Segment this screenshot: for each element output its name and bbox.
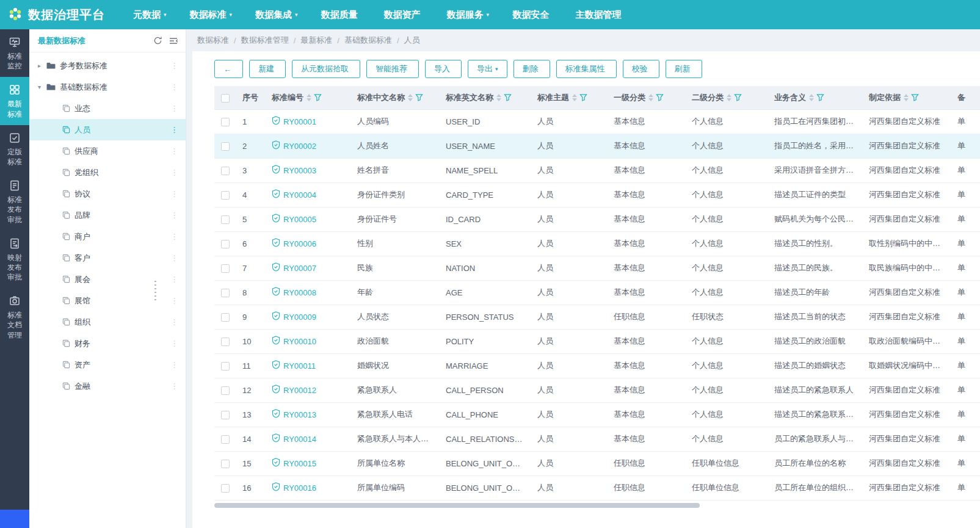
table-row[interactable]: 15 RY00015 [214, 451, 980, 476]
rail-bottom-block[interactable] [0, 510, 29, 528]
node-more-icon[interactable]: ⋮ [169, 339, 180, 348]
row-checkbox[interactable] [221, 191, 230, 200]
filter-icon[interactable] [734, 93, 742, 101]
nav-menu-item[interactable]: 数据标准 ▾ [190, 9, 233, 21]
tree-node[interactable]: 客户 ⋮ [29, 247, 186, 269]
table-row[interactable]: 6 RY00006 [214, 231, 980, 256]
nav-menu-item[interactable]: 主数据管理 [575, 9, 624, 21]
row-checkbox[interactable] [221, 435, 230, 444]
standard-code-link[interactable]: RY00014 [283, 435, 316, 444]
row-checkbox[interactable] [221, 118, 230, 126]
table-row[interactable]: 2 RY00002 [214, 134, 980, 158]
row-checkbox[interactable] [221, 362, 230, 371]
table-row[interactable]: 13 RY00013 [214, 402, 980, 427]
row-checkbox[interactable] [221, 313, 230, 322]
breadcrumb-item[interactable]: 基础数据标准 [344, 35, 392, 46]
sort-icon[interactable] [648, 94, 653, 101]
filter-icon[interactable] [579, 93, 587, 101]
standard-code-link[interactable]: RY00003 [283, 166, 316, 175]
tree-node[interactable]: ▾ 基础数据标准 ⋮ [29, 76, 186, 98]
node-more-icon[interactable]: ⋮ [169, 189, 180, 198]
node-more-icon[interactable]: ⋮ [169, 211, 180, 220]
standard-code-link[interactable]: RY00005 [283, 215, 316, 224]
rail-item-latest-standards[interactable]: 最新 标准 [0, 77, 29, 125]
standard-code-link[interactable]: RY00004 [283, 190, 316, 200]
nav-menu-item[interactable]: 元数据 ▾ [133, 9, 167, 21]
table-row[interactable]: 4 RY00004 [214, 183, 980, 207]
table-row[interactable]: 14 RY00014 [214, 427, 980, 451]
toolbar-button[interactable]: ← [214, 60, 243, 78]
row-checkbox[interactable] [221, 484, 230, 493]
tree-node[interactable]: ▸ 参考数据标准 ⋮ [29, 55, 186, 76]
node-more-icon[interactable]: ⋮ [169, 382, 180, 391]
node-more-icon[interactable]: ⋮ [169, 296, 180, 305]
row-checkbox[interactable] [221, 338, 230, 346]
row-checkbox[interactable] [221, 289, 230, 297]
filter-icon[interactable] [911, 93, 919, 101]
node-more-icon[interactable]: ⋮ [169, 146, 180, 156]
tree-node[interactable]: 金融 ⋮ [29, 375, 186, 397]
sort-icon[interactable] [809, 94, 814, 101]
row-checkbox[interactable] [221, 460, 230, 468]
rail-item-mapping-publish-approval[interactable]: 映射 发布 审批 [0, 231, 29, 289]
toolbar-button[interactable]: 导出 ▾ [468, 60, 507, 78]
tree-node[interactable]: 商户 ⋮ [29, 226, 186, 247]
breadcrumb-item[interactable]: 数据标准管理 [241, 35, 289, 46]
sort-icon[interactable] [496, 94, 501, 101]
table-row[interactable]: 12 RY00012 [214, 378, 980, 402]
rail-item-standard-monitor[interactable]: 标准 监控 [0, 29, 29, 77]
node-more-icon[interactable]: ⋮ [169, 317, 180, 327]
standard-code-link[interactable]: RY00006 [283, 239, 316, 248]
nav-menu-item[interactable]: 数据集成 ▾ [255, 9, 298, 21]
horizontal-scrollbar-thumb[interactable] [214, 503, 700, 508]
tree-node[interactable]: 资产 ⋮ [29, 354, 186, 375]
horizontal-scrollbar-track[interactable] [214, 503, 953, 508]
sort-icon[interactable] [408, 94, 413, 101]
rail-item-standard-document-management[interactable]: 标准 文档 管理 [0, 288, 29, 346]
toolbar-button[interactable]: 校验 [623, 60, 659, 78]
table-row[interactable]: 7 RY00007 [214, 256, 980, 280]
filter-icon[interactable] [816, 93, 824, 101]
breadcrumb-item[interactable]: 数据标准 [197, 35, 229, 46]
row-checkbox[interactable] [221, 167, 230, 175]
rail-item-standard-publish-approval[interactable]: 标准 发布 审批 [0, 173, 29, 231]
node-more-icon[interactable]: ⋮ [169, 232, 180, 241]
standard-code-link[interactable]: RY00001 [283, 117, 316, 126]
nav-menu-item[interactable]: 数据安全 [512, 9, 552, 21]
tree-node[interactable]: 组织 ⋮ [29, 311, 186, 333]
tree-caret-icon[interactable]: ▾ [38, 84, 46, 90]
standard-code-link[interactable]: RY00012 [283, 386, 316, 395]
sort-icon[interactable] [904, 94, 909, 101]
standard-code-link[interactable]: RY00010 [283, 337, 316, 346]
standard-code-link[interactable]: RY00013 [283, 410, 316, 419]
nav-menu-item[interactable]: 数据服务 ▾ [447, 9, 490, 21]
rail-item-final-standards[interactable]: 定版 标准 [0, 125, 29, 173]
row-checkbox[interactable] [221, 411, 230, 419]
toolbar-button[interactable]: 标准集属性 [556, 60, 617, 78]
toolbar-button[interactable]: 从元数据拾取 [292, 60, 360, 78]
tree-node[interactable]: 展会 ⋮ [29, 269, 186, 290]
panel-resize-handle[interactable] [153, 281, 158, 302]
toolbar-button[interactable]: 刷新 [666, 60, 702, 78]
table-row[interactable]: 3 RY00003 [214, 158, 980, 183]
tree-caret-icon[interactable]: ▸ [38, 62, 46, 69]
filter-icon[interactable] [504, 93, 512, 101]
toolbar-button[interactable]: 删除 [514, 60, 550, 78]
standard-code-link[interactable]: RY00007 [283, 264, 316, 273]
table-row[interactable]: 5 RY00005 [214, 207, 980, 231]
table-row[interactable]: 16 RY00016 [214, 476, 980, 500]
node-more-icon[interactable]: ⋮ [169, 168, 180, 177]
nav-menu-item[interactable]: 数据资产 [384, 9, 424, 21]
sort-icon[interactable] [307, 94, 311, 101]
row-checkbox[interactable] [221, 240, 230, 248]
node-more-icon[interactable]: ⋮ [169, 104, 180, 113]
standard-code-link[interactable]: RY00008 [283, 288, 316, 297]
sort-icon[interactable] [727, 94, 731, 101]
refresh-icon[interactable] [153, 36, 162, 45]
filter-icon[interactable] [656, 93, 664, 101]
toolbar-button[interactable]: 导入 [425, 60, 462, 78]
tree-node[interactable]: 党组织 ⋮ [29, 162, 186, 183]
table-row[interactable]: 1 RY00001 [214, 109, 980, 134]
standard-code-link[interactable]: RY00002 [283, 142, 316, 151]
tree-node[interactable]: 品牌 ⋮ [29, 204, 186, 226]
